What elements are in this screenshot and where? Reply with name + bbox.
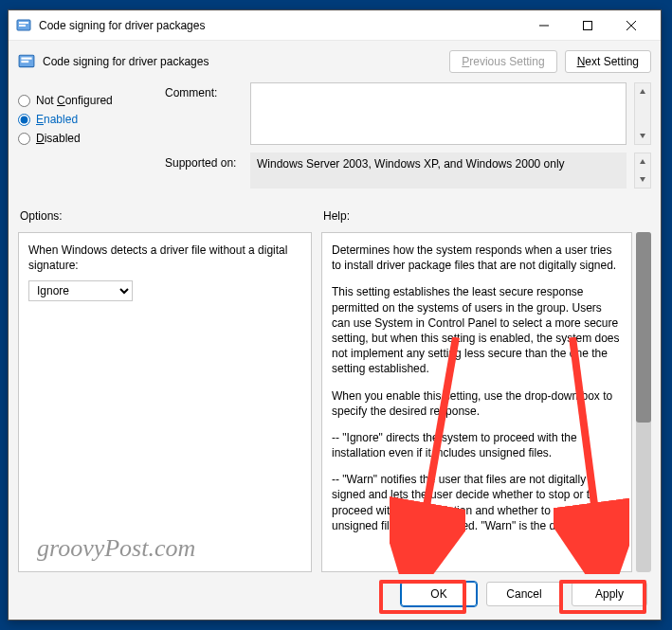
comment-scrollbar[interactable] bbox=[634, 82, 651, 145]
options-box: When Windows detects a driver file witho… bbox=[18, 232, 312, 572]
radio-disabled-input[interactable] bbox=[18, 133, 30, 145]
svg-rect-8 bbox=[21, 58, 31, 60]
radio-not-configured-input[interactable] bbox=[18, 95, 30, 107]
panes: Options: When Windows detects a driver f… bbox=[18, 206, 651, 572]
radio-enabled-input[interactable] bbox=[18, 114, 30, 126]
supported-on-value: Windows Server 2003, Windows XP, and Win… bbox=[250, 153, 627, 189]
help-text: When you enable this setting, use the dr… bbox=[332, 388, 622, 419]
scroll-down-icon[interactable] bbox=[635, 127, 650, 144]
dialog-footer: OK Cancel Apply bbox=[18, 572, 651, 610]
titlebar: Code signing for driver packages bbox=[9, 10, 661, 41]
previous-setting-button[interactable]: Previous Setting bbox=[449, 50, 556, 73]
scroll-up-icon[interactable] bbox=[635, 83, 650, 100]
help-text: -- "Warn" notifies the user that files a… bbox=[332, 472, 622, 533]
help-text: -- "Ignore" directs the system to procee… bbox=[332, 430, 622, 460]
help-pane: Help: Determines how the system responds… bbox=[321, 206, 651, 572]
meta-column: Comment: Supported on: Windows Server 20… bbox=[165, 82, 651, 196]
window-title: Code signing for driver packages bbox=[39, 19, 522, 32]
dialog-window: Code signing for driver packages Code si… bbox=[8, 9, 662, 621]
minimize-button[interactable] bbox=[522, 11, 566, 40]
svg-rect-9 bbox=[21, 61, 28, 63]
state-radio-group: Not Configured Enabled Disabled bbox=[18, 82, 155, 196]
options-label: Options: bbox=[20, 209, 312, 223]
comment-label: Comment: bbox=[165, 82, 243, 145]
scroll-thumb[interactable] bbox=[636, 232, 651, 423]
content-area: Code signing for driver packages Previou… bbox=[9, 41, 661, 620]
radio-enabled[interactable]: Enabled bbox=[18, 113, 155, 126]
svg-marker-12 bbox=[640, 159, 645, 164]
cancel-button[interactable]: Cancel bbox=[486, 582, 562, 606]
close-button[interactable] bbox=[609, 11, 653, 40]
svg-marker-11 bbox=[640, 134, 645, 138]
svg-rect-1 bbox=[19, 22, 28, 24]
ok-button[interactable]: OK bbox=[401, 582, 477, 606]
watermark: groovyPost.com bbox=[37, 534, 195, 563]
svg-rect-3 bbox=[539, 25, 549, 26]
radio-not-configured[interactable]: Not Configured bbox=[18, 94, 155, 107]
svg-marker-10 bbox=[640, 89, 645, 94]
policy-icon bbox=[18, 53, 35, 70]
scroll-down-icon[interactable] bbox=[635, 171, 650, 188]
svg-rect-4 bbox=[584, 21, 592, 29]
supported-on-label: Supported on: bbox=[165, 153, 243, 189]
next-setting-button[interactable]: Next Setting bbox=[565, 50, 651, 73]
help-box: Determines how the system responds when … bbox=[321, 232, 632, 572]
help-label: Help: bbox=[323, 209, 651, 223]
comment-input[interactable] bbox=[250, 82, 627, 145]
policy-title: Code signing for driver packages bbox=[43, 55, 442, 68]
svg-rect-2 bbox=[19, 25, 26, 27]
maximize-button[interactable] bbox=[566, 11, 609, 40]
options-pane: Options: When Windows detects a driver f… bbox=[18, 206, 312, 572]
header-row: Code signing for driver packages Previou… bbox=[18, 50, 651, 73]
radio-disabled[interactable]: Disabled bbox=[18, 132, 155, 145]
supported-scrollbar[interactable] bbox=[634, 153, 651, 189]
options-prompt: When Windows detects a driver file witho… bbox=[28, 243, 301, 273]
signature-action-select[interactable]: Ignore bbox=[28, 280, 133, 301]
help-scrollbar[interactable] bbox=[636, 232, 651, 572]
scroll-up-icon[interactable] bbox=[635, 153, 650, 171]
svg-marker-13 bbox=[640, 177, 645, 182]
config-area: Not Configured Enabled Disabled Comment: bbox=[18, 82, 651, 196]
policy-icon bbox=[16, 18, 31, 33]
help-text: This setting establishes the least secur… bbox=[332, 284, 622, 376]
apply-button[interactable]: Apply bbox=[572, 582, 647, 606]
help-text: Determines how the system responds when … bbox=[332, 243, 622, 273]
